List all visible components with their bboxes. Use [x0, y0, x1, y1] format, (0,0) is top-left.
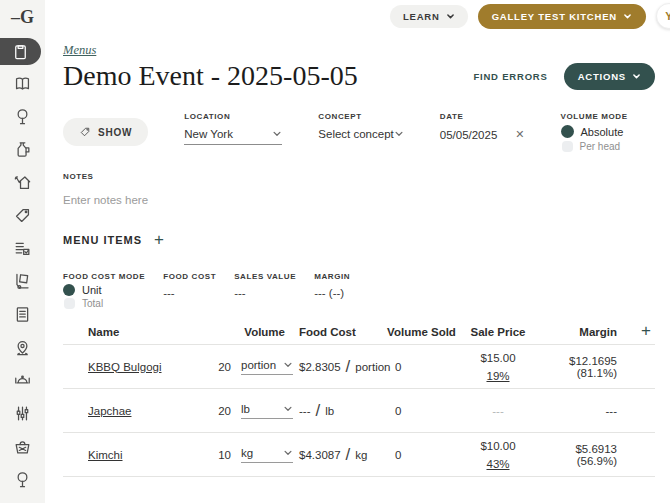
- food-cost-unit: kg: [355, 449, 367, 461]
- food-cost-mode-total-radio[interactable]: Total: [63, 298, 145, 309]
- food-cost-amount: $2.8305: [299, 361, 341, 373]
- learn-button[interactable]: LEARN: [390, 5, 468, 28]
- menu-item-link[interactable]: Kimchi: [88, 449, 123, 461]
- radio-unselected-icon: [562, 141, 573, 152]
- actions-label: ACTIONS: [578, 71, 626, 82]
- table-row: Japchae 20 lb --- / lb 0 --- ---: [63, 389, 655, 433]
- sidebar-item-settings[interactable]: [0, 397, 45, 430]
- food-cost-mode-unit-radio[interactable]: Unit: [63, 284, 145, 296]
- unit-select[interactable]: portion: [241, 359, 293, 375]
- volume-value[interactable]: 20: [218, 405, 231, 417]
- food-cost-mode-label: FOOD COST MODE: [63, 272, 145, 281]
- concept-select[interactable]: Select concept: [318, 128, 403, 140]
- sidebar-item-pitchers[interactable]: [0, 133, 45, 166]
- find-errors-button[interactable]: FIND ERRORS: [473, 71, 547, 82]
- notes-input[interactable]: [63, 194, 363, 206]
- sale-price-value[interactable]: $10.00: [480, 440, 515, 452]
- sale-price-value[interactable]: $15.00: [480, 352, 515, 364]
- sidebar-item-menus[interactable]: [0, 38, 45, 65]
- menu-items-table: Name Volume Food Cost Volume Sold Sale P…: [63, 319, 655, 477]
- document-icon: [13, 305, 32, 324]
- column-header-food-cost: Food Cost: [293, 326, 385, 338]
- menu-item-link[interactable]: KBBQ Bulgogi: [88, 361, 162, 373]
- sidebar-item-kitchen[interactable]: [0, 166, 45, 199]
- sidebar-item-dining[interactable]: [0, 364, 45, 397]
- volume-mode-label: VOLUME MODE: [561, 112, 628, 121]
- concept-placeholder: Select concept: [318, 128, 393, 140]
- volume-mode-absolute-label: Absolute: [581, 126, 624, 138]
- location-select[interactable]: New York: [184, 128, 282, 145]
- volume-mode-absolute-radio[interactable]: Absolute: [561, 125, 628, 138]
- learn-label: LEARN: [403, 11, 440, 22]
- food-cost-unit: lb: [325, 405, 334, 417]
- volume-value[interactable]: 20: [218, 361, 231, 373]
- user-avatar[interactable]: Y: [656, 3, 670, 29]
- add-menu-item-button[interactable]: +: [154, 235, 164, 245]
- food-cost-summary: FOOD COST MODE Unit Total FOOD COST --- …: [63, 272, 655, 309]
- actions-button[interactable]: ACTIONS: [564, 63, 655, 90]
- sale-price-percent[interactable]: 43%: [486, 458, 509, 470]
- add-row-button[interactable]: +: [641, 326, 651, 336]
- sale-price-value[interactable]: ---: [492, 405, 504, 417]
- food-cost-mode-unit-label: Unit: [82, 284, 102, 296]
- radio-selected-icon: [63, 284, 75, 296]
- sidebar-item-checklist[interactable]: [0, 232, 45, 265]
- expand-ingredients-button[interactable]: ↓: [189, 499, 196, 503]
- map-pin-icon: [13, 338, 32, 357]
- volume-value[interactable]: 10: [218, 449, 231, 461]
- tag-icon: [79, 126, 91, 138]
- tag-icon: [13, 206, 32, 225]
- location-field: LOCATION New York: [184, 112, 282, 145]
- sales-value-label: SALES VALUE: [234, 272, 296, 281]
- food-cost-amount: ---: [299, 405, 311, 417]
- column-header-sale-price: Sale Price: [458, 326, 538, 338]
- margin-label: MARGIN: [314, 272, 350, 281]
- food-cost-value: ---: [163, 287, 216, 299]
- pitcher-icon: [13, 140, 32, 159]
- date-value[interactable]: 05/05/2025: [440, 129, 498, 141]
- date-label: DATE: [440, 112, 525, 121]
- sidebar-item-tags[interactable]: [0, 199, 45, 232]
- volume-sold-value[interactable]: 0: [385, 405, 458, 417]
- tree-icon: [13, 107, 32, 126]
- unit-select[interactable]: kg: [241, 447, 293, 463]
- breadcrumb-menus[interactable]: Menus: [63, 43, 96, 58]
- sidebar-item-procurement[interactable]: [0, 265, 45, 298]
- clear-date-icon[interactable]: ✕: [515, 128, 524, 141]
- menu-item-link[interactable]: Japchae: [88, 405, 131, 417]
- volume-mode-per-head-radio[interactable]: Per head: [561, 141, 628, 152]
- chevron-down-icon: [283, 448, 293, 458]
- sidebar-item-locations[interactable]: [0, 331, 45, 364]
- page-title: Demo Event - 2025-05-05: [63, 60, 358, 92]
- column-header-name: Name: [63, 326, 213, 338]
- sidebar-item-documents[interactable]: [0, 298, 45, 331]
- main-content: Menus Demo Event - 2025-05-05 FIND ERROR…: [45, 32, 670, 503]
- galley-logo[interactable]: –G: [0, 0, 45, 34]
- unit-select[interactable]: lb: [241, 403, 293, 419]
- volume-sold-value[interactable]: 0: [385, 361, 458, 373]
- org-switcher-button[interactable]: GALLEY TEST KITCHEN: [478, 4, 646, 29]
- show-label: SHOW: [98, 127, 132, 138]
- radio-unselected-icon: [64, 298, 75, 309]
- margin-stat: MARGIN --- (--): [314, 272, 350, 309]
- sliders-icon: [13, 404, 32, 423]
- show-button[interactable]: SHOW: [63, 118, 148, 146]
- sales-value-value: ---: [234, 287, 296, 299]
- concept-label: CONCEPT: [318, 112, 403, 121]
- location-label: LOCATION: [184, 112, 282, 121]
- volume-sold-value[interactable]: 0: [385, 449, 458, 461]
- notes-label: NOTES: [63, 172, 655, 181]
- margin-cell: $12.1695 (81.1%): [538, 355, 619, 379]
- unit-value: kg: [241, 447, 253, 459]
- filter-bar: SHOW LOCATION New York CONCEPT Select co…: [63, 112, 655, 152]
- chevron-down-icon: [283, 360, 293, 370]
- sidebar-item-inventory[interactable]: [0, 430, 45, 463]
- sidebar-item-recipes[interactable]: [0, 67, 45, 100]
- notes-section: NOTES: [63, 172, 655, 208]
- sidebar-item-produce[interactable]: [0, 463, 45, 496]
- sale-price-percent[interactable]: 19%: [486, 370, 509, 382]
- table-row: Kimchi 10 kg $4.3087 / kg 0 $10.00 43% $…: [63, 433, 655, 477]
- date-field: DATE 05/05/2025 ✕: [440, 112, 525, 141]
- sidebar-item-ingredients[interactable]: [0, 100, 45, 133]
- chevron-down-icon: [283, 404, 293, 414]
